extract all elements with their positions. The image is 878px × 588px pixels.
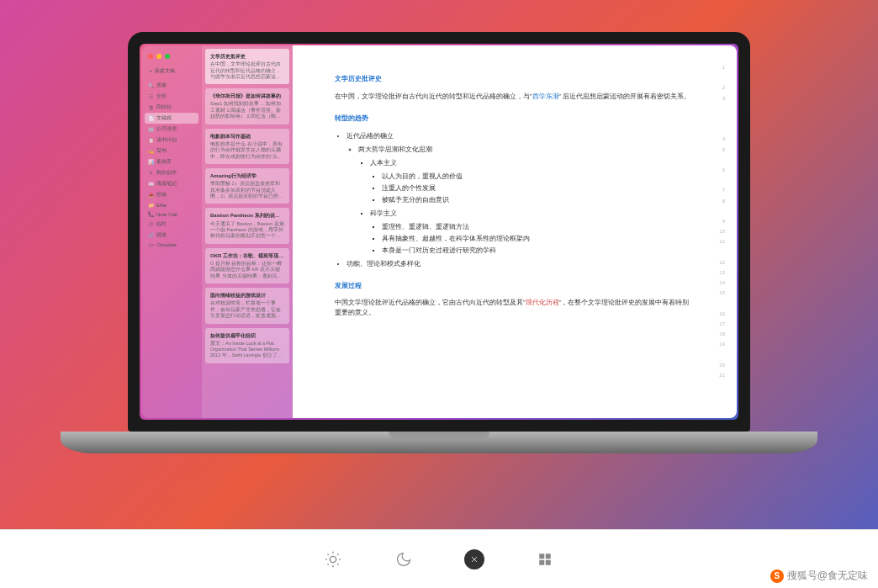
sidebar-item-label: 案例库 (156, 158, 172, 166)
notes-app-window: ＋ 新建文稿 🔍搜索☰全部🗑回收站📄文稿箱🏢公司管理📋读书计划✍写书📊案例库✎我… (141, 45, 737, 418)
outline-list: 近代品格的确立 两大哲学思潮和文化思潮 人本主义 以人为目的，重视人的价值 注重… (335, 131, 695, 269)
sidebar-item-label: 搜索 (156, 82, 167, 89)
editor-heading: 转型的趋势 (335, 114, 695, 124)
note-card[interactable]: Bastion Pantheon 系列的设计亮点今天通关了 Bastion，Ba… (205, 208, 289, 243)
note-excerpt: 今天通关了 Bastion，Bastion 是第一个由 Pantheon 的游戏… (210, 221, 284, 240)
note-excerpt: 原文：An Inside Look at a Flat Organization… (210, 341, 284, 359)
effie-icon: 📁 (148, 202, 154, 208)
note-card[interactable]: 电影剧本写作基础电影剧本是什么 在小说中，所有的行为动作都发生在人物的头脑中，即… (205, 129, 289, 164)
editor-heading: 文学历史批评史 (335, 74, 695, 85)
note-title: 《华尔街日报》是如何讲故事的 (210, 93, 284, 99)
laptop-bezel: ＋ 新建文稿 🔍搜索☰全部🗑回收站📄文稿箱🏢公司管理📋读书计划✍写书📊案例库✎我… (128, 32, 750, 432)
sidebar-item-label: 临时 (156, 220, 167, 228)
sidebar-item-links[interactable]: 🔗链接 (145, 230, 198, 241)
sidebar-item-label: 投稿 (156, 191, 167, 199)
laptop-base (61, 432, 817, 453)
sidebar-item-all[interactable]: ☰全部 (145, 91, 198, 102)
sidebar-item-label: 链接 (156, 231, 167, 239)
list-item: 两大哲学思潮和文化思潮 人本主义 以人为目的，重视人的价值 注重人的个性发展 被… (358, 145, 695, 256)
sidebar-item-label: Note Call (156, 212, 177, 217)
sidebar-item-reading-plan[interactable]: 📋读书计划 (145, 135, 198, 146)
note-card[interactable]: 《华尔街日报》是如何讲故事的Step1 如何找到好故事 … 如何加工素材 1.阅… (205, 88, 289, 124)
sidebar-item-label: 全部 (156, 93, 167, 100)
sun-icon (324, 550, 342, 569)
dark-theme-button[interactable] (394, 549, 414, 569)
maximize-icon[interactable] (165, 54, 170, 59)
sidebar-item-trash[interactable]: 🗑回收站 (145, 102, 198, 113)
note-title: Amazing行为经济学 (210, 172, 284, 179)
sidebar-item-search[interactable]: 🔍搜索 (145, 80, 198, 91)
plus-icon: ＋ (148, 67, 153, 75)
svg-rect-11 (539, 554, 544, 559)
list-item: 被赋予充分的自由意识 (382, 195, 695, 205)
sidebar-item-company[interactable]: 🏢公司管理 (145, 124, 198, 135)
sidebar-item-label: 阅读笔记 (156, 180, 177, 188)
my-works-icon: ✎ (148, 170, 154, 176)
note-title: OKR 工作法：谷歌、领英等顶级公司的高效方法 (210, 252, 284, 259)
list-item: 注重人的个性发展 (382, 183, 695, 193)
editor-heading: 发展过程 (335, 281, 695, 292)
sidebar-item-writing[interactable]: ✍写书 (145, 146, 198, 156)
list-item: 具有抽象性、超越性，在科学体系性的理论框架内 (382, 234, 695, 244)
note-excerpt: 在中国，文学理论批评自古代向近代的转型和近代品格的确立，与西学东渐后近代思想启蒙… (210, 61, 284, 80)
watermark-text: 搜狐号@食无定味 (787, 569, 868, 583)
note-title: 如何提供扁平化组织 (210, 332, 284, 339)
sohu-logo-icon: S (770, 569, 784, 583)
notes-list-panel[interactable]: 文学历史批评史在中国，文学理论批评自古代向近代的转型和近代品格的确立，与西学东渐… (202, 45, 293, 418)
svg-line-4 (337, 564, 338, 564)
note-excerpt: 电影剧本是什么 在小说中，所有的行为动作都发生在人物的头脑中，即在戏剧性行为动作… (210, 141, 284, 160)
note-excerpt: O 是月标 目标的目标：让你一瞬间就能做些什么事 KR 表示关键结果 当体的关键… (210, 261, 284, 279)
highlighted-term: 现代化历程 (526, 299, 559, 306)
close-icon (469, 554, 479, 564)
editor-pane[interactable]: 1 23 45 6 78 91011 12131415 16171819 202… (293, 45, 737, 418)
note-card[interactable]: OKR 工作法：谷歌、领英等顶级公司的高效方法O 是月标 目标的目标：让你一瞬间… (205, 248, 289, 283)
note-excerpt: Step1 如何找到好故事 … 如何加工素材 1.阅读法（事件背景、新趋势的影响… (210, 101, 284, 119)
svg-line-3 (327, 554, 328, 554)
cases-icon: 📊 (148, 159, 154, 165)
svg-point-0 (330, 556, 336, 562)
note-call-icon: 📞 (148, 211, 154, 217)
watermark: S 搜狐号@食无定味 (770, 569, 868, 583)
svg-line-7 (327, 564, 328, 564)
sidebar-item-obsolete[interactable]: 🗂Obsolete (145, 241, 198, 249)
submission-icon: 📤 (148, 192, 154, 198)
highlighted-term: 西学东渐 (532, 93, 559, 100)
note-excerpt: 在对植源性简，栏章项一个事件，会有玩家产生奖励值，它会引发某些行动话语，处置成预… (210, 300, 284, 319)
note-card[interactable]: Amazing行为经济学季部面貌 1）演员据直接推荐和其准备参加表彰的节目没能入… (205, 168, 289, 204)
svg-line-8 (337, 554, 338, 554)
note-card[interactable]: 面向情绪收益的游戏设计在对植源性简，栏章项一个事件，会有玩家产生奖励值，它会引发… (205, 288, 289, 323)
company-icon: 🏢 (148, 126, 154, 132)
svg-rect-13 (539, 559, 544, 564)
sidebar-item-label: Obsolete (156, 242, 177, 247)
sidebar-item-reading-notes[interactable]: 📖阅读笔记 (145, 178, 198, 189)
grid-theme-button[interactable] (535, 549, 555, 569)
sidebar-item-label: 回收站 (156, 103, 172, 111)
minimize-icon[interactable] (156, 54, 161, 59)
drafts-icon: 📄 (148, 115, 154, 121)
light-theme-button[interactable] (323, 549, 343, 569)
sidebar-item-note-call[interactable]: 📞Note Call (145, 209, 198, 219)
list-item: 本身是一门对历史过程进行研究的学科 (382, 246, 695, 256)
new-document-button[interactable]: ＋ 新建文稿 (145, 66, 198, 80)
reading-plan-icon: 📋 (148, 137, 154, 143)
sidebar-item-submission[interactable]: 📤投稿 (145, 189, 198, 200)
sidebar-item-label: 公司管理 (156, 125, 177, 133)
window-controls (145, 50, 198, 66)
links-icon: 🔗 (148, 232, 154, 238)
black-theme-button[interactable] (464, 549, 484, 569)
sidebar-item-my-works[interactable]: ✎我的创作 (145, 167, 198, 178)
sidebar-item-label: 写书 (156, 147, 167, 155)
note-card[interactable]: 如何提供扁平化组织原文：An Inside Look at a Flat Org… (205, 328, 289, 363)
note-excerpt: 季部面貌 1）演员据直接推荐和其准备参加表彰的节目没能入围，2）演员据表彰的节目… (210, 181, 284, 199)
sidebar-item-temp[interactable]: ⏱临时 (145, 219, 198, 230)
sidebar-item-drafts[interactable]: 📄文稿箱 (145, 113, 198, 124)
sidebar-item-cases[interactable]: 📊案例库 (145, 156, 198, 167)
note-card[interactable]: 文学历史批评史在中国，文学理论批评自古代向近代的转型和近代品格的确立，与西学东渐… (205, 49, 289, 84)
note-title: 面向情绪收益的游戏设计 (210, 292, 284, 299)
sidebar-item-label: 读书计划 (156, 136, 177, 144)
grid-icon (537, 552, 553, 567)
search-icon: 🔍 (148, 82, 154, 88)
sidebar-item-effie[interactable]: 📁Effie (145, 200, 198, 209)
close-icon[interactable] (148, 54, 153, 59)
all-icon: ☰ (148, 93, 154, 99)
